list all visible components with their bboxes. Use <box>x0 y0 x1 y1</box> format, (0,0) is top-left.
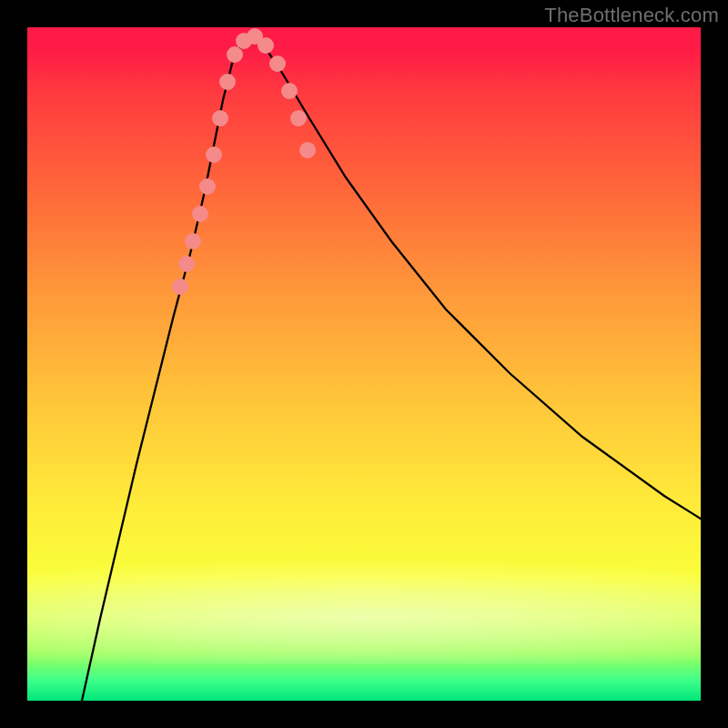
watermark-text: TheBottleneck.com <box>544 4 719 27</box>
data-point <box>290 110 307 126</box>
data-point <box>227 46 243 63</box>
plot-svg <box>27 27 701 701</box>
data-point <box>192 206 208 222</box>
data-point <box>299 142 316 158</box>
data-point <box>269 56 286 72</box>
data-point <box>219 74 236 90</box>
data-point <box>199 178 216 195</box>
data-point <box>206 147 222 163</box>
data-point <box>212 110 228 126</box>
marker-group <box>172 28 316 295</box>
data-point <box>172 278 188 295</box>
data-point <box>281 83 298 99</box>
data-point <box>185 233 201 249</box>
data-point <box>258 37 274 54</box>
bottleneck-curve <box>82 36 701 701</box>
chart-canvas <box>27 27 701 701</box>
data-point <box>178 256 195 272</box>
